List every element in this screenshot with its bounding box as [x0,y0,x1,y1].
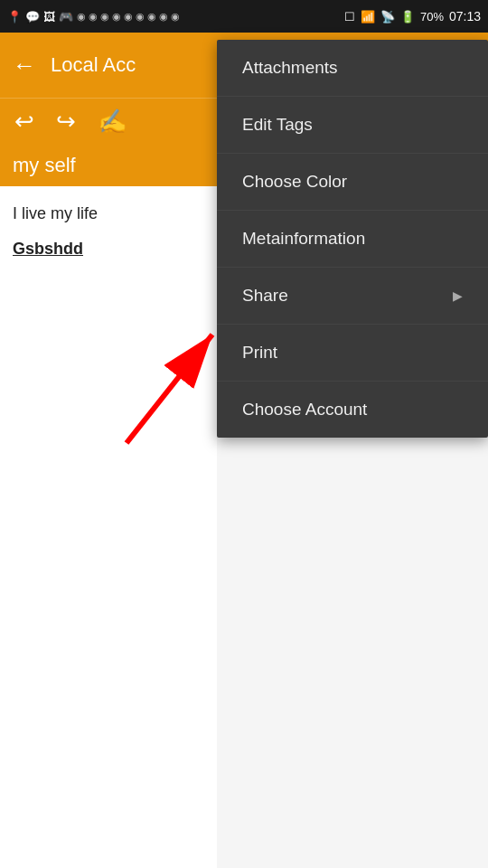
sim-icon: ☐ [344,10,355,24]
menu-item-choose-account[interactable]: Choose Account [217,382,488,438]
status-right: ☐ 📶 📡 🔋 70% 07:13 [344,9,481,24]
menu-item-label: Choose Account [242,400,367,420]
time-display: 07:13 [449,9,481,24]
submenu-arrow-icon: ▶ [453,288,463,303]
background-overlay [0,33,217,868]
status-icons: 📍 💬 🖼 🎮 ◉ ◉ ◉ ◉ ◉ ◉ ◉ ◉ ◉ [7,10,180,24]
signal-icon: 📡 [380,10,395,24]
menu-item-metainformation[interactable]: Metainformation [217,211,488,268]
battery-icon: 🔋 [400,10,415,24]
wifi-icon: 📶 [361,10,375,24]
menu-item-label: Edit Tags [242,115,313,135]
context-menu: AttachmentsEdit TagsChoose ColorMetainfo… [217,40,488,438]
menu-item-edit-tags[interactable]: Edit Tags [217,97,488,154]
menu-item-print[interactable]: Print [217,325,488,382]
battery-level: 70% [420,10,444,24]
menu-item-label: Metainformation [242,229,365,249]
menu-item-share[interactable]: Share▶ [217,268,488,325]
menu-item-label: Attachments [242,58,338,78]
menu-item-label: Print [242,343,277,363]
menu-item-attachments[interactable]: Attachments [217,40,488,97]
menu-item-choose-color[interactable]: Choose Color [217,154,488,211]
menu-item-label: Share [242,286,288,306]
menu-item-label: Choose Color [242,172,347,192]
status-bar: 📍 💬 🖼 🎮 ◉ ◉ ◉ ◉ ◉ ◉ ◉ ◉ ◉ ☐ 📶 📡 🔋 70% 07… [0,0,488,33]
